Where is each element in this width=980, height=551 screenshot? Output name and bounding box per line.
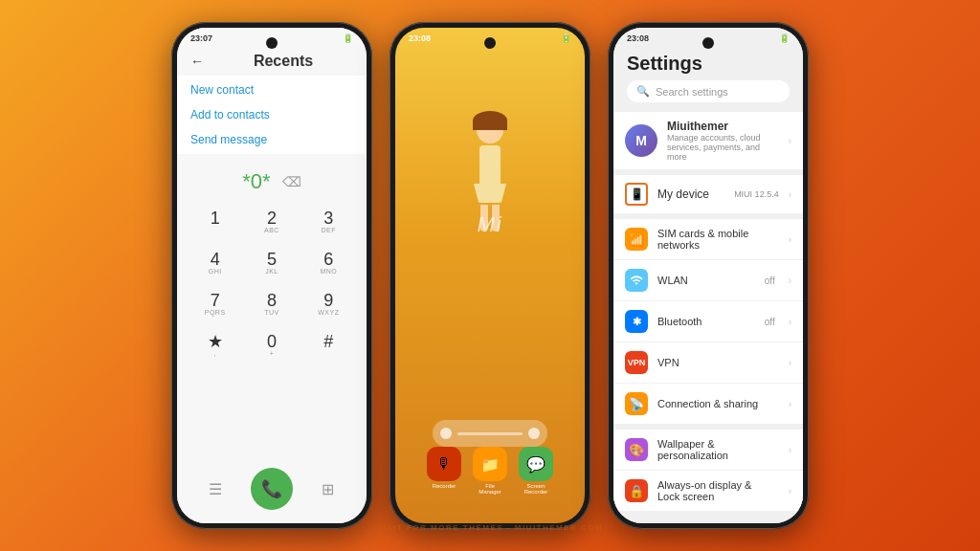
new-contact-link[interactable]: New contact — [190, 81, 353, 99]
profile-avatar: M — [625, 124, 657, 157]
wallpaper-icons: 🎙 Recorder 📁 FileManager 💬 ScreenRecorde… — [427, 447, 553, 495]
dial-key-9[interactable]: 9WXYZ — [301, 284, 357, 325]
vpn-icon: VPN — [625, 351, 648, 374]
aod-icon: 🔒 — [625, 479, 648, 502]
settings-list: M Miuithemer Manage accounts, cloud serv… — [613, 112, 803, 523]
wlan-label: WLAN — [657, 275, 755, 286]
settings-title: Settings — [627, 51, 790, 80]
connection-icon: 📡 — [625, 392, 648, 415]
vpn-label: VPN — [657, 357, 775, 368]
anime-hair — [473, 111, 507, 130]
vpn-chevron: › — [789, 358, 791, 368]
keypad-icon[interactable]: ⊞ — [313, 480, 344, 498]
sim-label: SIM cards & mobile networks — [657, 228, 775, 251]
wallpaper-label: Wallpaper & personalization — [657, 438, 775, 461]
dial-key-2[interactable]: 2ABC — [243, 202, 300, 243]
back-icon[interactable]: ← — [190, 54, 204, 69]
anime-body — [479, 145, 501, 184]
screenrecorder-icon[interactable]: 💬 — [519, 447, 553, 481]
status-icons-3: 🔋 — [779, 33, 790, 43]
recorder-icon[interactable]: 🎙 — [427, 447, 461, 481]
anime-skirt — [474, 184, 506, 203]
screenrecorder-icon-wrap: 💬 ScreenRecorder — [519, 447, 553, 495]
recents-header: ← Recents — [177, 45, 367, 76]
battery-icon-3: 🔋 — [779, 33, 790, 43]
add-to-contacts-link[interactable]: Add to contacts — [190, 106, 353, 123]
filemanager-icon[interactable]: 📁 — [473, 447, 507, 481]
aod-label: Always-on display & Lock screen — [657, 479, 775, 502]
phone-2: 23:08 🔋 Mi — [390, 22, 590, 529]
settings-header: Settings 🔍 Search settings — [613, 45, 803, 112]
settings-item-aod[interactable]: 🔒 Always-on display & Lock screen › — [613, 471, 803, 511]
recorder-label: Recorder — [433, 483, 457, 489]
settings-item-connection[interactable]: 📡 Connection & sharing › — [613, 384, 803, 424]
time-3: 23:08 — [627, 33, 649, 43]
device-label: My device — [657, 187, 724, 201]
settings-item-sim[interactable]: 📶 SIM cards & mobile networks › — [613, 219, 803, 260]
dial-key-7[interactable]: 7PQRS — [187, 284, 243, 325]
sim-icon: 📶 — [625, 228, 648, 251]
wlan-chevron: › — [789, 276, 791, 286]
dial-key-1[interactable]: 1 — [187, 202, 243, 243]
aod-chevron: › — [789, 486, 791, 496]
settings-search-bar[interactable]: 🔍 Search settings — [627, 80, 790, 102]
phone-1: 23:07 🔋 ← Recents New contact Add to con… — [171, 22, 372, 529]
mi-logo: Mi — [477, 212, 502, 237]
dial-key-6[interactable]: 6MNO — [301, 243, 357, 284]
battery-icon-2: 🔋 — [561, 33, 571, 43]
filemanager-label: FileManager — [479, 483, 501, 495]
connection-label: Connection & sharing — [657, 398, 775, 409]
bluetooth-icon: ✱ — [625, 310, 648, 333]
wlan-icon — [625, 269, 648, 292]
connection-chevron: › — [789, 399, 791, 409]
profile-name: Miuithemer — [667, 120, 779, 133]
battery-icon-1: 🔋 — [343, 33, 353, 43]
dial-key-3[interactable]: 3DEF — [301, 202, 357, 243]
wlan-value: off — [765, 276, 775, 286]
recents-links: New contact Add to contacts Send message — [177, 76, 367, 154]
dial-key-4[interactable]: 4GHI — [187, 243, 243, 284]
settings-profile-item[interactable]: M Miuithemer Manage accounts, cloud serv… — [613, 112, 803, 169]
recorder-icon-wrap: 🎙 Recorder — [427, 447, 461, 495]
dialpad-grid: 1 2ABC 3DEF 4GHI 5JKL 6MNO 7PQRS 8TUV 9W… — [177, 202, 367, 366]
phone-3: 23:08 🔋 Settings 🔍 Search settings M Miu… — [608, 22, 809, 529]
recents-title: Recents — [213, 53, 353, 70]
time-2: 23:08 — [409, 33, 431, 43]
bluetooth-value: off — [765, 317, 775, 327]
profile-chevron: › — [789, 136, 791, 146]
device-icon: 📱 — [625, 183, 648, 206]
search-icon: 🔍 — [636, 85, 650, 98]
menu-icon[interactable]: ☰ — [200, 480, 231, 498]
slider-bar — [433, 420, 547, 447]
settings-item-vpn[interactable]: VPN VPN › — [613, 342, 803, 384]
settings-section-network: 📶 SIM cards & mobile networks › WLAN off… — [613, 219, 803, 424]
dial-key-8[interactable]: 8TUV — [243, 284, 300, 325]
my-device-item[interactable]: 📱 My device MIUI 12.5.4 › — [613, 175, 803, 213]
time-1: 23:07 — [190, 33, 212, 43]
dial-key-5[interactable]: 5JKL — [243, 243, 300, 284]
wallpaper-chevron: › — [789, 445, 791, 455]
profile-info: Miuithemer Manage accounts, cloud servic… — [667, 120, 779, 162]
settings-section-display: 🎨 Wallpaper & personalization › 🔒 Always… — [613, 430, 803, 511]
device-chevron: › — [789, 189, 791, 200]
dial-key-hash[interactable]: # — [301, 325, 357, 366]
delete-button[interactable]: ⌫ — [282, 174, 301, 189]
filemanager-icon-wrap: 📁 FileManager — [473, 447, 507, 495]
send-message-link[interactable]: Send message — [190, 131, 353, 148]
dial-key-0[interactable]: 0+ — [243, 325, 300, 366]
device-version: MIUI 12.5.4 — [734, 189, 779, 199]
anime-head — [477, 117, 503, 143]
bluetooth-label: Bluetooth — [657, 316, 755, 327]
call-button[interactable]: 📞 — [251, 468, 293, 510]
dial-key-star[interactable]: ★, — [187, 325, 243, 366]
settings-item-wallpaper[interactable]: 🎨 Wallpaper & personalization › — [613, 430, 803, 471]
settings-item-bluetooth[interactable]: ✱ Bluetooth off › — [613, 301, 803, 342]
settings-item-wlan[interactable]: WLAN off › — [613, 260, 803, 301]
screenrecorder-label: ScreenRecorder — [524, 483, 548, 495]
dialpad-display: *0* ⌫ — [177, 154, 367, 202]
status-icons-2: 🔋 — [561, 33, 571, 43]
punch-hole-3 — [702, 37, 714, 49]
search-placeholder: Search settings — [656, 86, 728, 98]
punch-hole-1 — [266, 37, 278, 49]
punch-hole-2 — [484, 37, 496, 49]
